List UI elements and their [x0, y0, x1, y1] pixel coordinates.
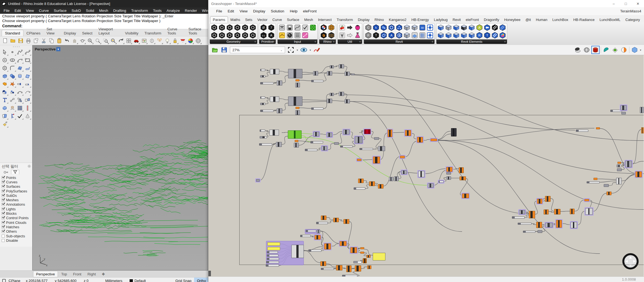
- revit-elements-component-icon-5[interactable]: [453, 32, 460, 39]
- gh-node-g[interactable]: [313, 132, 319, 136]
- tool-flip-icon[interactable]: [16, 80, 23, 88]
- tool-cone-icon[interactable]: [24, 112, 31, 120]
- geometry-component-icon-1[interactable]: [211, 32, 218, 39]
- rhino-titlebar[interactable]: Untitled - Rhino.Inside 8 Educational La…: [0, 0, 209, 7]
- gh-node-so[interactable]: [594, 178, 597, 180]
- revit-component-icon-7[interactable]: A: [388, 32, 395, 39]
- tool-mirror-icon[interactable]: [24, 96, 31, 104]
- gh-tab-human[interactable]: Human: [533, 17, 550, 23]
- gh-node-s2[interactable]: [260, 75, 265, 77]
- geometry-component-icon-3[interactable]: [218, 32, 226, 39]
- tool-sheet-icon[interactable]: [24, 65, 31, 72]
- util-component-icon-4[interactable]: [354, 24, 361, 31]
- viewport-tab-top[interactable]: Top: [58, 271, 70, 277]
- gh-tab-curve[interactable]: Curve: [270, 17, 285, 23]
- gh-node-so[interactable]: [296, 107, 299, 109]
- revit-elements-component-icon-13[interactable]: T: [484, 32, 491, 39]
- filter-item-polysurfaces[interactable]: PolySurfaces: [0, 189, 33, 193]
- gh-menu-solution[interactable]: Solution: [268, 8, 287, 14]
- gh-node-s[interactable]: [260, 110, 273, 112]
- gh-tab-display[interactable]: Display: [355, 17, 372, 23]
- toolbar-tab-surface-tools[interactable]: Surface Tools: [185, 26, 209, 36]
- gh-node-l[interactable]: [270, 96, 279, 102]
- viewport-menu-arrow-icon[interactable]: ▼: [56, 47, 60, 51]
- checkbox-meshes[interactable]: [2, 198, 5, 202]
- menu-transform[interactable]: Transform: [129, 8, 151, 13]
- filter-item-lights[interactable]: Lights: [0, 207, 33, 211]
- gh-node-s[interactable]: [267, 251, 278, 253]
- close-button[interactable]: ✕: [632, 0, 644, 7]
- gh-node-s[interactable]: [587, 181, 600, 183]
- tool-spheres-icon[interactable]: [9, 72, 16, 80]
- minimize-button[interactable]: –: [608, 0, 620, 7]
- preview-wireframe-icon[interactable]: [583, 46, 590, 53]
- gear-icon[interactable]: [28, 164, 31, 169]
- gh-node-o[interactable]: [635, 171, 642, 177]
- revit-component-icon-9[interactable]: [396, 32, 403, 39]
- gh-node-o[interactable]: [344, 219, 349, 224]
- revit-component-icon-14[interactable]: 3D: [419, 24, 426, 31]
- primitive-component-icon-3[interactable]: A: [268, 32, 275, 39]
- checkbox-polysurfaces[interactable]: [2, 190, 5, 193]
- geometry-component-icon-10[interactable]: [249, 24, 256, 31]
- filter-item-surfaces[interactable]: Surfaces: [0, 184, 33, 189]
- gh-node-s[interactable]: [310, 141, 323, 143]
- gh-node-g[interactable]: [621, 105, 627, 110]
- gh-node-s[interactable]: [340, 146, 353, 147]
- gh-node-o[interactable]: [544, 210, 549, 214]
- gh-node-o[interactable]: [366, 255, 371, 258]
- tool-curve-icon[interactable]: [24, 49, 31, 56]
- paste-icon[interactable]: [56, 37, 63, 44]
- filter-item-sub-objects[interactable]: Sub-objects: [0, 234, 33, 238]
- viewport-title[interactable]: Perspective ▼: [35, 47, 60, 51]
- input-component-icon-1[interactable]: [278, 32, 286, 39]
- gh-tab-kangaroo2[interactable]: Kangaroo2: [387, 17, 409, 23]
- lock-icon[interactable]: [171, 37, 179, 44]
- gh-node-so[interactable]: [357, 159, 361, 161]
- gh-node-g[interactable]: [625, 161, 632, 167]
- zoom-extents-icon[interactable]: x: [287, 46, 294, 53]
- sketch-pen-icon[interactable]: [313, 46, 320, 53]
- tool-blend-icon[interactable]: [1, 88, 8, 96]
- wheel-icon[interactable]: [187, 37, 194, 44]
- checkbox-annotations[interactable]: [2, 203, 5, 206]
- rhino-component-icon-1[interactable]: [320, 32, 327, 39]
- tool-dot-icon[interactable]: [9, 49, 16, 56]
- custom-preview-teal-icon[interactable]: [603, 46, 610, 53]
- gh-node-s2[interactable]: [260, 103, 265, 105]
- gh-tab-lunchbox[interactable]: LunchBox: [550, 17, 571, 23]
- tool-poly-icon[interactable]: [16, 49, 23, 56]
- tool-patch-icon[interactable]: [24, 72, 31, 80]
- custom-preview-material-icon[interactable]: [620, 46, 627, 53]
- canvas-zoom-dropdown[interactable]: 27%⌄: [230, 47, 285, 53]
- menu-edit[interactable]: Edit: [12, 8, 23, 13]
- add-viewport-tab-button[interactable]: ✥: [99, 271, 108, 277]
- target-icon[interactable]: [148, 37, 155, 44]
- gh-node-o[interactable]: [607, 192, 611, 195]
- gh-node-so[interactable]: [296, 79, 299, 81]
- revit-elements-component-icon-2[interactable]: [445, 24, 452, 31]
- gh-node-o[interactable]: [405, 130, 411, 136]
- geometry-component-icon-9[interactable]: [242, 32, 249, 39]
- tool-section-icon[interactable]: [24, 104, 31, 112]
- util-component-icon-2[interactable]: [346, 24, 353, 31]
- toolbar-tab-set-view[interactable]: Set View: [44, 26, 61, 36]
- gh-node-o[interactable]: [554, 209, 560, 214]
- maximize-button[interactable]: □: [620, 0, 632, 7]
- menu-render[interactable]: Render: [182, 8, 199, 13]
- gh-node-L[interactable]: [291, 245, 304, 258]
- revit-component-icon-5[interactable]: [380, 32, 387, 39]
- tool-text-icon[interactable]: [1, 96, 8, 104]
- revit-component-icon-17[interactable]: [426, 32, 434, 39]
- toolbar-tab-viewport-layout[interactable]: Viewport Layout: [95, 26, 122, 36]
- tool-fillet-icon[interactable]: [9, 65, 16, 72]
- zoomd-icon[interactable]: [94, 37, 101, 44]
- print-icon[interactable]: [25, 37, 32, 44]
- copy-icon[interactable]: [48, 37, 55, 44]
- tool-dust-icon[interactable]: [1, 120, 8, 128]
- rhino-component-icon-3[interactable]: [328, 32, 335, 39]
- gh-node-o[interactable]: [462, 194, 469, 198]
- gh-node-g[interactable]: [389, 177, 393, 181]
- tool-arc3-icon[interactable]: [24, 88, 31, 96]
- checkbox-blocks[interactable]: [2, 212, 5, 215]
